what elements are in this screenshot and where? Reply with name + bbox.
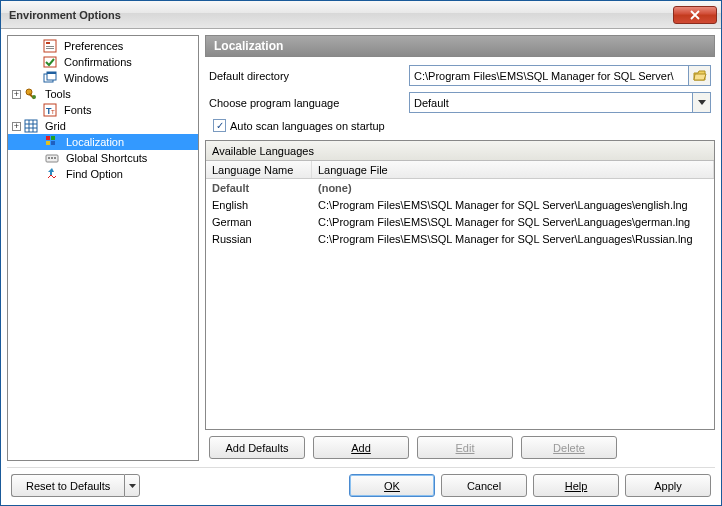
tree-item-confirmations[interactable]: Confirmations	[8, 54, 198, 70]
autoscan-label: Auto scan languages on startup	[230, 120, 385, 132]
grid-body[interactable]: Default (none) English C:\Program Files\…	[206, 179, 714, 429]
svg-rect-19	[46, 136, 50, 140]
svg-rect-1	[46, 42, 50, 44]
footer: Reset to Defaults OK Cancel Help Apply	[7, 467, 715, 499]
autoscan-checkbox[interactable]	[213, 119, 226, 132]
grid-icon	[23, 118, 39, 134]
svg-point-10	[32, 95, 36, 99]
confirmations-icon	[42, 54, 58, 70]
svg-text:T: T	[51, 109, 55, 115]
autoscan-row[interactable]: Auto scan languages on startup	[209, 119, 711, 132]
grid-title: Available Languages	[206, 141, 714, 161]
col-language-file[interactable]: Language File	[312, 161, 714, 178]
svg-rect-3	[46, 48, 54, 49]
find-icon	[44, 166, 60, 182]
add-defaults-button[interactable]: Add Defaults	[209, 436, 305, 459]
edit-button[interactable]: Edit	[417, 436, 513, 459]
svg-rect-14	[25, 120, 37, 132]
localization-icon	[44, 134, 60, 150]
grid-header: Language Name Language File	[206, 161, 714, 179]
form-area: Default directory Choose program languag…	[205, 57, 715, 136]
reset-defaults-button[interactable]: Reset to Defaults	[11, 474, 140, 497]
svg-rect-2	[46, 46, 54, 47]
section-header: Localization	[205, 35, 715, 57]
cancel-button[interactable]: Cancel	[441, 474, 527, 497]
expand-icon[interactable]: +	[12, 90, 21, 99]
preferences-icon	[42, 38, 58, 54]
close-button[interactable]	[673, 6, 717, 24]
chevron-down-icon[interactable]	[124, 474, 140, 497]
tools-icon	[23, 86, 39, 102]
default-directory-label: Default directory	[209, 70, 409, 82]
svg-rect-26	[54, 157, 56, 159]
chevron-down-icon[interactable]	[692, 93, 710, 112]
svg-rect-7	[47, 72, 56, 74]
choose-language-row: Choose program language Default	[209, 92, 711, 113]
dialog-body: Preferences Confirmations Windows	[1, 29, 721, 505]
svg-rect-20	[51, 136, 55, 140]
help-button[interactable]: Help	[533, 474, 619, 497]
languages-grid: Available Languages Language Name Langua…	[205, 140, 715, 430]
nav-tree[interactable]: Preferences Confirmations Windows	[7, 35, 199, 461]
fonts-icon: TT	[42, 102, 58, 118]
close-icon	[690, 10, 700, 20]
windows-icon	[42, 70, 58, 86]
expand-icon[interactable]: +	[12, 122, 21, 131]
window-title: Environment Options	[9, 9, 673, 21]
tree-item-find-option[interactable]: Find Option	[8, 166, 198, 182]
main-area: Preferences Confirmations Windows	[7, 35, 715, 461]
svg-rect-24	[48, 157, 50, 159]
default-directory-row: Default directory	[209, 65, 711, 86]
apply-button[interactable]: Apply	[625, 474, 711, 497]
window: Environment Options Preferences	[0, 0, 722, 506]
delete-button[interactable]: Delete	[521, 436, 617, 459]
choose-language-label: Choose program language	[209, 97, 409, 109]
table-row[interactable]: English C:\Program Files\EMS\SQL Manager…	[206, 196, 714, 213]
table-row[interactable]: Default (none)	[206, 179, 714, 196]
ok-button[interactable]: OK	[349, 474, 435, 497]
choose-language-select[interactable]: Default	[409, 92, 711, 113]
content-panel: Localization Default directory Choose pr…	[205, 35, 715, 461]
table-row[interactable]: German C:\Program Files\EMS\SQL Manager …	[206, 213, 714, 230]
tree-item-localization[interactable]: Localization	[8, 134, 198, 150]
add-button[interactable]: Add	[313, 436, 409, 459]
tree-item-preferences[interactable]: Preferences	[8, 38, 198, 54]
svg-rect-25	[51, 157, 53, 159]
browse-button[interactable]	[689, 65, 711, 86]
tree-item-global-shortcuts[interactable]: Global Shortcuts	[8, 150, 198, 166]
svg-rect-4	[44, 57, 56, 67]
titlebar: Environment Options	[1, 1, 721, 29]
folder-icon	[693, 70, 707, 82]
shortcuts-icon	[44, 150, 60, 166]
grid-button-bar: Add Defaults Add Edit Delete	[205, 430, 715, 461]
col-language-name[interactable]: Language Name	[206, 161, 312, 178]
tree-item-windows[interactable]: Windows	[8, 70, 198, 86]
tree-item-grid[interactable]: + Grid	[8, 118, 198, 134]
tree-item-tools[interactable]: + Tools	[8, 86, 198, 102]
tree-item-fonts[interactable]: TT Fonts	[8, 102, 198, 118]
svg-rect-21	[46, 141, 50, 145]
svg-rect-22	[51, 141, 55, 145]
default-directory-input[interactable]	[409, 65, 689, 86]
table-row[interactable]: Russian C:\Program Files\EMS\SQL Manager…	[206, 230, 714, 247]
